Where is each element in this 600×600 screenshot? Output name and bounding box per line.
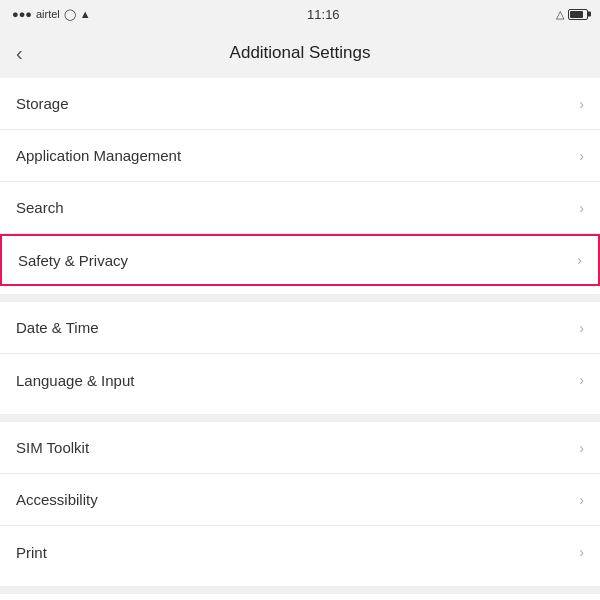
data-icon: ▲: [80, 8, 91, 20]
chevron-icon-sim-toolkit: ›: [579, 440, 584, 456]
item-label-accessibility: Accessibility: [16, 491, 98, 508]
section-divider-2: [0, 414, 600, 422]
page-title: Additional Settings: [230, 43, 371, 63]
list-item-backup-reset[interactable]: Back up and reset ›: [0, 594, 600, 600]
section-divider-3: [0, 586, 600, 594]
item-label-print: Print: [16, 544, 47, 561]
item-label-sim-toolkit: SIM Toolkit: [16, 439, 89, 456]
signal-icon: ●●●: [12, 8, 32, 20]
chevron-icon-safety-privacy: ›: [577, 252, 582, 268]
list-item-language-input[interactable]: Language & Input ›: [0, 354, 600, 406]
header: ‹ Additional Settings: [0, 28, 600, 78]
item-label-language-input: Language & Input: [16, 372, 134, 389]
list-item-sim-toolkit[interactable]: SIM Toolkit ›: [0, 422, 600, 474]
chevron-icon-date-time: ›: [579, 320, 584, 336]
list-item-date-time[interactable]: Date & Time ›: [0, 302, 600, 354]
chevron-icon-language-input: ›: [579, 372, 584, 388]
list-item-accessibility[interactable]: Accessibility ›: [0, 474, 600, 526]
status-right: △: [556, 8, 588, 21]
item-label-safety-privacy: Safety & Privacy: [18, 252, 128, 269]
carrier-info: ●●● airtel ◯ ▲: [12, 8, 91, 21]
wifi-icon: ◯: [64, 8, 76, 21]
list-item-print[interactable]: Print ›: [0, 526, 600, 578]
item-label-storage: Storage: [16, 95, 69, 112]
status-bar: ●●● airtel ◯ ▲ 11:16 △: [0, 0, 600, 28]
section-divider-1: [0, 294, 600, 302]
carrier-label: airtel: [36, 8, 60, 20]
settings-list: Storage › Application Management › Searc…: [0, 78, 600, 600]
signal-strength-icon: △: [556, 8, 564, 21]
status-time: 11:16: [307, 7, 340, 22]
list-item-app-management[interactable]: Application Management ›: [0, 130, 600, 182]
list-item-storage[interactable]: Storage ›: [0, 78, 600, 130]
battery-icon: [568, 9, 588, 20]
section-2: Date & Time › Language & Input ›: [0, 302, 600, 406]
item-label-date-time: Date & Time: [16, 319, 99, 336]
section-3: SIM Toolkit › Accessibility › Print ›: [0, 422, 600, 578]
chevron-icon-storage: ›: [579, 96, 584, 112]
chevron-icon-print: ›: [579, 544, 584, 560]
back-button[interactable]: ‹: [16, 38, 31, 69]
chevron-icon-app-management: ›: [579, 148, 584, 164]
chevron-icon-accessibility: ›: [579, 492, 584, 508]
section-4: Back up and reset ›: [0, 594, 600, 600]
section-1: Storage › Application Management › Searc…: [0, 78, 600, 286]
item-label-search: Search: [16, 199, 64, 216]
chevron-icon-search: ›: [579, 200, 584, 216]
list-item-safety-privacy[interactable]: Safety & Privacy ›: [0, 234, 600, 286]
item-label-app-management: Application Management: [16, 147, 181, 164]
list-item-search[interactable]: Search ›: [0, 182, 600, 234]
battery-fill: [570, 11, 583, 18]
